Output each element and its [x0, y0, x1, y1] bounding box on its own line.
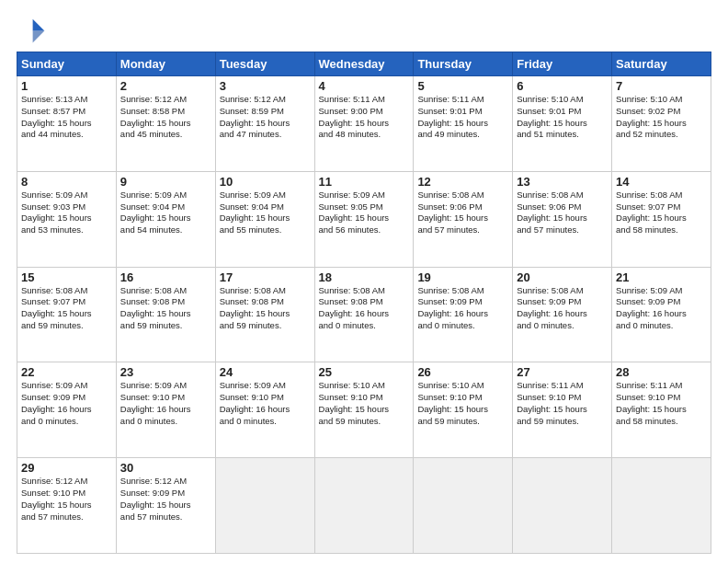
day-info: Sunrise: 5:10 AM Sunset: 9:01 PM Dayligh…: [517, 94, 608, 141]
calendar-cell: 27Sunrise: 5:11 AM Sunset: 9:10 PM Dayli…: [513, 362, 612, 458]
day-info: Sunrise: 5:11 AM Sunset: 9:10 PM Dayligh…: [616, 380, 707, 427]
calendar-cell: 10Sunrise: 5:09 AM Sunset: 9:04 PM Dayli…: [215, 171, 314, 267]
calendar-cell: 14Sunrise: 5:08 AM Sunset: 9:07 PM Dayli…: [612, 171, 711, 267]
day-info: Sunrise: 5:09 AM Sunset: 9:05 PM Dayligh…: [319, 190, 410, 236]
calendar-cell: 3Sunrise: 5:12 AM Sunset: 8:59 PM Daylig…: [215, 76, 314, 172]
day-number: 10: [220, 175, 311, 189]
day-number: 4: [319, 79, 410, 93]
weekday-header-sunday: Sunday: [17, 52, 117, 76]
calendar-cell: 17Sunrise: 5:08 AM Sunset: 9:08 PM Dayli…: [215, 267, 314, 362]
weekday-header-thursday: Thursday: [414, 52, 513, 76]
day-number: 5: [417, 79, 508, 93]
calendar-table: SundayMondayTuesdayWednesdayThursdayFrid…: [17, 52, 711, 554]
svg-marker-1: [33, 31, 45, 43]
day-info: Sunrise: 5:09 AM Sunset: 9:10 PM Dayligh…: [220, 380, 311, 427]
calendar-cell: 1Sunrise: 5:13 AM Sunset: 8:57 PM Daylig…: [17, 76, 117, 172]
calendar-cell: [314, 458, 414, 554]
weekday-header-friday: Friday: [513, 52, 612, 76]
day-number: 14: [616, 175, 707, 189]
day-number: 13: [517, 175, 608, 189]
day-number: 28: [616, 365, 707, 379]
day-info: Sunrise: 5:08 AM Sunset: 9:08 PM Dayligh…: [120, 285, 211, 332]
calendar-cell: 8Sunrise: 5:09 AM Sunset: 9:03 PM Daylig…: [17, 171, 117, 267]
weekday-header-tuesday: Tuesday: [215, 52, 314, 76]
calendar-cell: [414, 458, 513, 554]
calendar-cell: 25Sunrise: 5:10 AM Sunset: 9:10 PM Dayli…: [314, 362, 414, 458]
calendar-cell: 2Sunrise: 5:12 AM Sunset: 8:58 PM Daylig…: [116, 76, 215, 172]
calendar-row-3: 15Sunrise: 5:08 AM Sunset: 9:07 PM Dayli…: [17, 267, 711, 362]
day-number: 26: [417, 365, 508, 379]
day-info: Sunrise: 5:10 AM Sunset: 9:10 PM Dayligh…: [417, 380, 508, 427]
calendar-cell: 28Sunrise: 5:11 AM Sunset: 9:10 PM Dayli…: [612, 362, 711, 458]
day-info: Sunrise: 5:09 AM Sunset: 9:10 PM Dayligh…: [120, 380, 211, 427]
calendar-cell: 29Sunrise: 5:12 AM Sunset: 9:10 PM Dayli…: [17, 458, 117, 554]
calendar-cell: 22Sunrise: 5:09 AM Sunset: 9:09 PM Dayli…: [17, 362, 117, 458]
weekday-header-monday: Monday: [116, 52, 215, 76]
day-info: Sunrise: 5:08 AM Sunset: 9:06 PM Dayligh…: [517, 190, 608, 236]
day-number: 6: [517, 79, 608, 93]
calendar-cell: 9Sunrise: 5:09 AM Sunset: 9:04 PM Daylig…: [116, 171, 215, 267]
day-number: 7: [616, 79, 707, 93]
day-number: 20: [517, 270, 608, 284]
calendar-cell: 30Sunrise: 5:12 AM Sunset: 9:09 PM Dayli…: [116, 458, 215, 554]
day-info: Sunrise: 5:09 AM Sunset: 9:03 PM Dayligh…: [21, 190, 112, 236]
calendar-row-5: 29Sunrise: 5:12 AM Sunset: 9:10 PM Dayli…: [17, 458, 711, 554]
day-info: Sunrise: 5:12 AM Sunset: 9:10 PM Dayligh…: [21, 476, 112, 523]
day-info: Sunrise: 5:08 AM Sunset: 9:07 PM Dayligh…: [21, 285, 112, 332]
day-info: Sunrise: 5:11 AM Sunset: 9:10 PM Dayligh…: [517, 380, 608, 427]
calendar-cell: 11Sunrise: 5:09 AM Sunset: 9:05 PM Dayli…: [314, 171, 414, 267]
calendar-cell: [513, 458, 612, 554]
day-number: 29: [21, 461, 112, 475]
day-number: 11: [319, 175, 410, 189]
day-info: Sunrise: 5:08 AM Sunset: 9:07 PM Dayligh…: [616, 190, 707, 236]
calendar-cell: 4Sunrise: 5:11 AM Sunset: 9:00 PM Daylig…: [314, 76, 414, 172]
day-info: Sunrise: 5:10 AM Sunset: 9:02 PM Dayligh…: [616, 94, 707, 141]
day-number: 30: [120, 461, 211, 475]
calendar-cell: 13Sunrise: 5:08 AM Sunset: 9:06 PM Dayli…: [513, 171, 612, 267]
day-info: Sunrise: 5:08 AM Sunset: 9:09 PM Dayligh…: [417, 285, 508, 332]
day-info: Sunrise: 5:11 AM Sunset: 9:00 PM Dayligh…: [319, 94, 410, 141]
calendar-cell: 18Sunrise: 5:08 AM Sunset: 9:08 PM Dayli…: [314, 267, 414, 362]
day-number: 17: [220, 270, 311, 284]
day-number: 22: [21, 365, 112, 379]
day-number: 25: [319, 365, 410, 379]
day-number: 21: [616, 270, 707, 284]
calendar-cell: 24Sunrise: 5:09 AM Sunset: 9:10 PM Dayli…: [215, 362, 314, 458]
day-info: Sunrise: 5:13 AM Sunset: 8:57 PM Dayligh…: [21, 94, 112, 141]
top-section: [17, 15, 711, 44]
calendar-cell: 23Sunrise: 5:09 AM Sunset: 9:10 PM Dayli…: [116, 362, 215, 458]
logo: [17, 15, 50, 44]
calendar-cell: [612, 458, 711, 554]
page: SundayMondayTuesdayWednesdayThursdayFrid…: [0, 0, 728, 563]
calendar-cell: 16Sunrise: 5:08 AM Sunset: 9:08 PM Dayli…: [116, 267, 215, 362]
day-number: 27: [517, 365, 608, 379]
calendar-cell: 12Sunrise: 5:08 AM Sunset: 9:06 PM Dayli…: [414, 171, 513, 267]
day-number: 16: [120, 270, 211, 284]
day-info: Sunrise: 5:09 AM Sunset: 9:09 PM Dayligh…: [21, 380, 112, 427]
calendar-cell: 19Sunrise: 5:08 AM Sunset: 9:09 PM Dayli…: [414, 267, 513, 362]
day-info: Sunrise: 5:12 AM Sunset: 8:58 PM Dayligh…: [120, 94, 211, 141]
calendar-cell: 15Sunrise: 5:08 AM Sunset: 9:07 PM Dayli…: [17, 267, 117, 362]
day-number: 2: [120, 79, 211, 93]
weekday-header-row: SundayMondayTuesdayWednesdayThursdayFrid…: [17, 52, 711, 76]
day-info: Sunrise: 5:10 AM Sunset: 9:10 PM Dayligh…: [319, 380, 410, 427]
day-number: 8: [21, 175, 112, 189]
calendar-cell: 7Sunrise: 5:10 AM Sunset: 9:02 PM Daylig…: [612, 76, 711, 172]
day-number: 19: [417, 270, 508, 284]
calendar-cell: 6Sunrise: 5:10 AM Sunset: 9:01 PM Daylig…: [513, 76, 612, 172]
day-info: Sunrise: 5:09 AM Sunset: 9:09 PM Dayligh…: [616, 285, 707, 332]
day-number: 15: [21, 270, 112, 284]
calendar-row-4: 22Sunrise: 5:09 AM Sunset: 9:09 PM Dayli…: [17, 362, 711, 458]
calendar-cell: [215, 458, 314, 554]
day-info: Sunrise: 5:08 AM Sunset: 9:08 PM Dayligh…: [319, 285, 410, 332]
day-info: Sunrise: 5:08 AM Sunset: 9:06 PM Dayligh…: [417, 190, 508, 236]
weekday-header-wednesday: Wednesday: [314, 52, 414, 76]
day-info: Sunrise: 5:12 AM Sunset: 8:59 PM Dayligh…: [220, 94, 311, 141]
calendar-row-2: 8Sunrise: 5:09 AM Sunset: 9:03 PM Daylig…: [17, 171, 711, 267]
day-number: 1: [21, 79, 112, 93]
day-info: Sunrise: 5:09 AM Sunset: 9:04 PM Dayligh…: [120, 190, 211, 236]
day-number: 24: [220, 365, 311, 379]
day-number: 12: [417, 175, 508, 189]
day-info: Sunrise: 5:08 AM Sunset: 9:08 PM Dayligh…: [220, 285, 311, 332]
svg-marker-0: [33, 19, 45, 31]
